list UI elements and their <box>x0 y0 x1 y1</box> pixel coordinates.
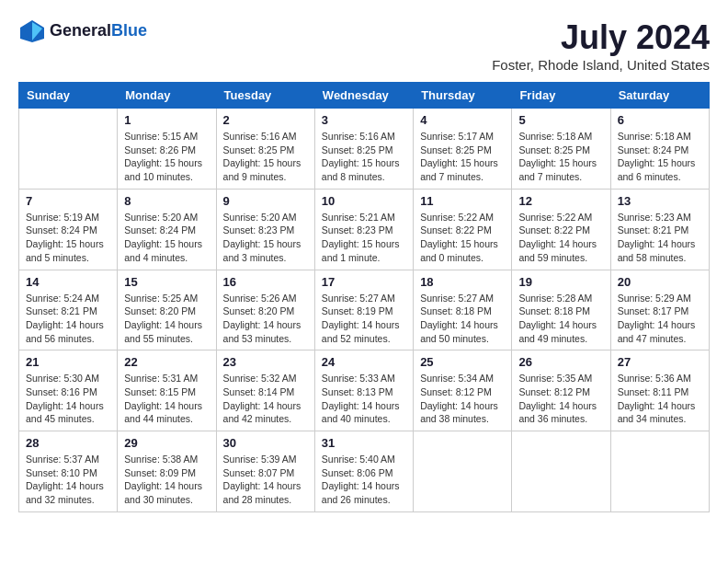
day-number: 3 <box>322 113 406 127</box>
calendar-cell: 7Sunrise: 5:19 AM Sunset: 8:24 PM Daylig… <box>19 189 118 270</box>
col-header-friday: Friday <box>512 83 610 109</box>
day-number: 22 <box>124 355 209 369</box>
day-info: Sunrise: 5:39 AM Sunset: 8:07 PM Dayligh… <box>223 453 308 507</box>
page-header: GeneralBlue July 2024 Foster, Rhode Isla… <box>18 18 710 73</box>
day-info: Sunrise: 5:20 AM Sunset: 8:24 PM Dayligh… <box>124 211 209 265</box>
col-header-thursday: Thursday <box>414 83 512 109</box>
calendar-cell: 28Sunrise: 5:37 AM Sunset: 8:10 PM Dayli… <box>19 431 118 512</box>
calendar-cell: 27Sunrise: 5:36 AM Sunset: 8:11 PM Dayli… <box>610 350 709 431</box>
day-info: Sunrise: 5:22 AM Sunset: 8:22 PM Dayligh… <box>518 211 603 265</box>
day-info: Sunrise: 5:33 AM Sunset: 8:13 PM Dayligh… <box>322 372 406 426</box>
day-number: 15 <box>124 275 209 289</box>
day-number: 5 <box>518 113 603 127</box>
day-info: Sunrise: 5:36 AM Sunset: 8:11 PM Dayligh… <box>618 372 702 426</box>
logo-blue: Blue <box>111 21 147 40</box>
calendar-table: SundayMondayTuesdayWednesdayThursdayFrid… <box>18 82 710 512</box>
header-row: SundayMondayTuesdayWednesdayThursdayFrid… <box>19 83 710 109</box>
day-info: Sunrise: 5:29 AM Sunset: 8:17 PM Dayligh… <box>618 292 702 346</box>
day-info: Sunrise: 5:15 AM Sunset: 8:26 PM Dayligh… <box>124 130 209 184</box>
calendar-cell: 29Sunrise: 5:38 AM Sunset: 8:09 PM Dayli… <box>118 431 216 512</box>
calendar-cell: 11Sunrise: 5:22 AM Sunset: 8:22 PM Dayli… <box>414 189 512 270</box>
day-number: 28 <box>26 436 110 450</box>
day-info: Sunrise: 5:16 AM Sunset: 8:25 PM Dayligh… <box>322 130 406 184</box>
calendar-cell: 21Sunrise: 5:30 AM Sunset: 8:16 PM Dayli… <box>19 350 118 431</box>
calendar-cell: 31Sunrise: 5:40 AM Sunset: 8:06 PM Dayli… <box>314 431 413 512</box>
logo: GeneralBlue <box>18 18 147 44</box>
calendar-cell: 20Sunrise: 5:29 AM Sunset: 8:17 PM Dayli… <box>610 270 709 350</box>
calendar-cell: 18Sunrise: 5:27 AM Sunset: 8:18 PM Dayli… <box>414 270 512 350</box>
day-info: Sunrise: 5:27 AM Sunset: 8:18 PM Dayligh… <box>420 292 505 346</box>
logo-general: General <box>50 21 111 40</box>
day-number: 6 <box>618 113 702 127</box>
day-number: 26 <box>518 355 603 369</box>
day-number: 16 <box>223 275 308 289</box>
col-header-tuesday: Tuesday <box>216 83 314 109</box>
day-info: Sunrise: 5:27 AM Sunset: 8:19 PM Dayligh… <box>322 292 406 346</box>
day-number: 1 <box>124 113 209 127</box>
day-number: 30 <box>223 436 308 450</box>
calendar-cell: 26Sunrise: 5:35 AM Sunset: 8:12 PM Dayli… <box>512 350 610 431</box>
calendar-cell: 6Sunrise: 5:18 AM Sunset: 8:24 PM Daylig… <box>610 109 709 190</box>
col-header-sunday: Sunday <box>19 83 118 109</box>
day-info: Sunrise: 5:19 AM Sunset: 8:24 PM Dayligh… <box>26 211 110 265</box>
day-number: 23 <box>223 355 308 369</box>
subtitle: Foster, Rhode Island, United States <box>492 57 710 73</box>
week-row-5: 28Sunrise: 5:37 AM Sunset: 8:10 PM Dayli… <box>19 431 710 512</box>
calendar-cell: 8Sunrise: 5:20 AM Sunset: 8:24 PM Daylig… <box>118 189 216 270</box>
week-row-4: 21Sunrise: 5:30 AM Sunset: 8:16 PM Dayli… <box>19 350 710 431</box>
day-number: 9 <box>223 194 308 208</box>
day-number: 8 <box>124 194 209 208</box>
day-number: 29 <box>124 436 209 450</box>
calendar-cell: 2Sunrise: 5:16 AM Sunset: 8:25 PM Daylig… <box>216 109 314 190</box>
calendar-cell: 23Sunrise: 5:32 AM Sunset: 8:14 PM Dayli… <box>216 350 314 431</box>
calendar-cell: 4Sunrise: 5:17 AM Sunset: 8:25 PM Daylig… <box>414 109 512 190</box>
day-number: 25 <box>420 355 505 369</box>
calendar-cell <box>19 109 118 190</box>
calendar-cell: 12Sunrise: 5:22 AM Sunset: 8:22 PM Dayli… <box>512 189 610 270</box>
calendar-cell <box>610 431 709 512</box>
calendar-cell: 10Sunrise: 5:21 AM Sunset: 8:23 PM Dayli… <box>314 189 413 270</box>
day-info: Sunrise: 5:23 AM Sunset: 8:21 PM Dayligh… <box>618 211 702 265</box>
calendar-cell: 5Sunrise: 5:18 AM Sunset: 8:25 PM Daylig… <box>512 109 610 190</box>
day-info: Sunrise: 5:17 AM Sunset: 8:25 PM Dayligh… <box>420 130 505 184</box>
calendar-cell: 24Sunrise: 5:33 AM Sunset: 8:13 PM Dayli… <box>314 350 413 431</box>
calendar-cell: 22Sunrise: 5:31 AM Sunset: 8:15 PM Dayli… <box>118 350 216 431</box>
day-info: Sunrise: 5:22 AM Sunset: 8:22 PM Dayligh… <box>420 211 505 265</box>
calendar-cell <box>512 431 610 512</box>
day-number: 24 <box>322 355 406 369</box>
day-number: 4 <box>420 113 505 127</box>
day-info: Sunrise: 5:30 AM Sunset: 8:16 PM Dayligh… <box>26 372 110 426</box>
calendar-cell: 30Sunrise: 5:39 AM Sunset: 8:07 PM Dayli… <box>216 431 314 512</box>
day-number: 17 <box>322 275 406 289</box>
day-number: 19 <box>518 275 603 289</box>
day-info: Sunrise: 5:26 AM Sunset: 8:20 PM Dayligh… <box>223 292 308 346</box>
main-title: July 2024 <box>492 18 710 57</box>
day-number: 31 <box>322 436 406 450</box>
day-number: 20 <box>618 275 702 289</box>
calendar-cell: 9Sunrise: 5:20 AM Sunset: 8:23 PM Daylig… <box>216 189 314 270</box>
day-info: Sunrise: 5:32 AM Sunset: 8:14 PM Dayligh… <box>223 372 308 426</box>
calendar-cell: 15Sunrise: 5:25 AM Sunset: 8:20 PM Dayli… <box>118 270 216 350</box>
day-info: Sunrise: 5:21 AM Sunset: 8:23 PM Dayligh… <box>322 211 406 265</box>
day-number: 13 <box>618 194 702 208</box>
day-info: Sunrise: 5:35 AM Sunset: 8:12 PM Dayligh… <box>518 372 603 426</box>
day-info: Sunrise: 5:38 AM Sunset: 8:09 PM Dayligh… <box>124 453 209 507</box>
week-row-3: 14Sunrise: 5:24 AM Sunset: 8:21 PM Dayli… <box>19 270 710 350</box>
day-number: 21 <box>26 355 110 369</box>
calendar-cell: 19Sunrise: 5:28 AM Sunset: 8:18 PM Dayli… <box>512 270 610 350</box>
week-row-2: 7Sunrise: 5:19 AM Sunset: 8:24 PM Daylig… <box>19 189 710 270</box>
day-info: Sunrise: 5:16 AM Sunset: 8:25 PM Dayligh… <box>223 130 308 184</box>
col-header-saturday: Saturday <box>610 83 709 109</box>
col-header-monday: Monday <box>118 83 216 109</box>
calendar-cell: 3Sunrise: 5:16 AM Sunset: 8:25 PM Daylig… <box>314 109 413 190</box>
day-info: Sunrise: 5:28 AM Sunset: 8:18 PM Dayligh… <box>518 292 603 346</box>
day-info: Sunrise: 5:34 AM Sunset: 8:12 PM Dayligh… <box>420 372 505 426</box>
calendar-cell: 16Sunrise: 5:26 AM Sunset: 8:20 PM Dayli… <box>216 270 314 350</box>
logo-icon <box>18 18 46 44</box>
day-number: 7 <box>26 194 110 208</box>
day-info: Sunrise: 5:25 AM Sunset: 8:20 PM Dayligh… <box>124 292 209 346</box>
day-number: 2 <box>223 113 308 127</box>
col-header-wednesday: Wednesday <box>314 83 413 109</box>
day-info: Sunrise: 5:37 AM Sunset: 8:10 PM Dayligh… <box>26 453 110 507</box>
title-block: July 2024 Foster, Rhode Island, United S… <box>492 18 710 73</box>
